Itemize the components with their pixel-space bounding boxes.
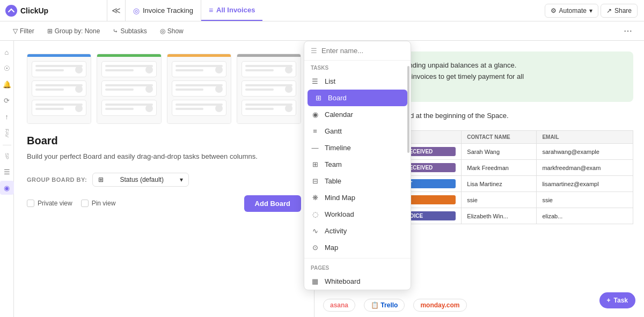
svg-point-0: [5, 5, 17, 17]
filter-button[interactable]: ▽ Filter: [9, 25, 39, 37]
automate-icon: ⚙: [551, 7, 557, 14]
clickup-logo-icon: [5, 5, 17, 17]
tab-icon: ≡: [209, 6, 213, 14]
sidebar: ⌂ ☉ 🔔 ⟳ ↑ FAV SP ☰ ◉: [0, 41, 14, 317]
pin-view-checkbox[interactable]: Pin view: [81, 200, 116, 207]
sidebar-icon-up[interactable]: ↑: [0, 109, 14, 123]
private-view-checkbox[interactable]: Private view: [27, 200, 72, 207]
dropdown-scroll-area: TASKS ☰ List ⊞ Board ◉ Calendar ≡ Gantt: [304, 61, 411, 290]
view-activity[interactable]: ∿ Activity: [304, 223, 411, 239]
board-col-gray: [237, 54, 301, 124]
share-button[interactable]: ↗ Share: [601, 4, 638, 18]
calendar-icon: ◉: [311, 110, 319, 119]
breadcrumb-label: Invoice Tracking: [143, 6, 193, 14]
sidebar-icon-search[interactable]: ☉: [0, 61, 14, 75]
subtasks-icon: ⤷: [113, 27, 118, 35]
board-title: Board: [27, 135, 301, 147]
view-board[interactable]: ⊞ Board: [308, 90, 407, 106]
board-icon: ⊞: [314, 94, 323, 102]
view-table[interactable]: ⊟ Table: [304, 173, 411, 189]
automate-button[interactable]: ⚙ Automate ▾: [545, 4, 598, 18]
mind-map-icon: ❋: [311, 194, 319, 202]
breadcrumb-tabs: ◎ Invoice Tracking ≡ All Invoices: [126, 0, 538, 21]
private-view-check[interactable]: [27, 200, 34, 207]
sidebar-icon-list[interactable]: ☰: [0, 165, 14, 179]
content-area: Board Build your perfect Board and easil…: [14, 41, 644, 317]
main-layout: ⌂ ☉ 🔔 ⟳ ↑ FAV SP ☰ ◉: [0, 41, 644, 317]
whiteboard-icon: ▦: [311, 277, 319, 285]
group-by-label: GROUP BOARD BY:: [27, 176, 87, 183]
monday-logo: monday.com: [413, 299, 466, 312]
list-icon: ☰: [311, 77, 319, 85]
logo-area: ClickUp: [0, 0, 107, 21]
contact-email: ssie: [537, 192, 633, 208]
view-timeline[interactable]: — Timeline: [304, 139, 411, 156]
group-by-icon: ⊞: [98, 176, 104, 183]
add-task-button[interactable]: + Task: [599, 292, 635, 308]
board-col-yellow: [167, 54, 231, 124]
board-setup-panel: Board Build your perfect Board and easil…: [14, 41, 314, 317]
col-header-email: EMAIL: [537, 131, 633, 144]
plus-icon: +: [607, 297, 611, 304]
timeline-icon: —: [311, 144, 319, 152]
view-team[interactable]: ⊞ Team: [304, 156, 411, 173]
workload-icon: ◌: [311, 210, 319, 218]
tab-label: All Invoices: [216, 6, 255, 14]
bottom-logos: asana 📋 Trello monday.com: [314, 293, 644, 317]
view-workload[interactable]: ◌ Workload: [304, 206, 411, 223]
view-mind-map[interactable]: ❋ Mind Map: [304, 189, 411, 206]
add-board-button[interactable]: Add Board: [244, 195, 301, 212]
view-type-dropdown: ☰ TASKS ☰ List ⊞ Board ◉ Calendar ≡: [304, 41, 411, 290]
topbar-right: ⚙ Automate ▾ ↗ Share: [538, 4, 644, 18]
filter-icon: ▽: [13, 27, 18, 35]
sidebar-sp-label: SP: [4, 153, 10, 159]
share-icon: ↗: [606, 7, 612, 14]
contact-name: Mark Freedman: [462, 160, 537, 176]
team-icon: ⊞: [311, 160, 319, 168]
contact-email: lisamartinez@exampl: [537, 176, 633, 192]
group-by-select[interactable]: ⊞ Status (default) ▾: [92, 173, 189, 187]
tasks-section-label: TASKS: [304, 61, 411, 73]
more-options-button[interactable]: ⋯: [620, 24, 635, 38]
contact-email: markfreedman@exam: [537, 160, 633, 176]
col-header-contact: CONTACT NAME: [462, 131, 537, 144]
view-gantt[interactable]: ≡ Gantt: [304, 123, 411, 139]
group-by-value: Status (default): [120, 176, 164, 183]
gantt-icon: ≡: [311, 127, 319, 135]
dropdown-scrollbar: [407, 66, 409, 153]
pin-view-check[interactable]: [81, 200, 89, 207]
tab-all-invoices[interactable]: ≡ All Invoices: [201, 0, 262, 21]
trello-logo: 📋 Trello: [364, 299, 405, 312]
table-icon: ⊟: [311, 177, 319, 185]
group-by-row: GROUP BOARD BY: ⊞ Status (default) ▾: [27, 173, 301, 187]
contact-name: ssie: [462, 192, 537, 208]
pages-section-label: PAGES: [304, 261, 411, 273]
topbar: ClickUp ≪ ◎ Invoice Tracking ≡ All Invoi…: [0, 0, 644, 21]
contact-email: sarahwang@example: [537, 144, 633, 160]
view-calendar[interactable]: ◉ Calendar: [304, 106, 411, 123]
sidebar-fav-label: FAV: [4, 129, 10, 137]
dropdown-search-input[interactable]: [321, 47, 404, 55]
breadcrumb-invoice-tracking[interactable]: ◎ Invoice Tracking: [126, 0, 201, 21]
show-button[interactable]: ◎ Show: [156, 25, 188, 37]
sidebar-icon-notifications[interactable]: 🔔: [0, 77, 14, 91]
board-column-previews: [27, 54, 301, 124]
sidebar-icon-board[interactable]: ◉: [0, 181, 14, 195]
view-list[interactable]: ☰ List: [304, 73, 411, 90]
view-map[interactable]: ⊙ Map: [304, 239, 411, 256]
contact-name: Elizabeth Win...: [462, 208, 537, 224]
view-whiteboard[interactable]: ▦ Whiteboard: [304, 273, 411, 290]
sidebar-divider: [3, 145, 11, 145]
board-col-blue: [27, 54, 91, 124]
group-by-button[interactable]: ⊞ Group by: None: [43, 25, 105, 37]
collapse-button[interactable]: ≪: [107, 0, 126, 21]
contact-name: Sarah Wang: [462, 144, 537, 160]
sidebar-icon-recents[interactable]: ⟳: [0, 93, 14, 107]
breadcrumb-icon: ◎: [133, 6, 140, 15]
chevron-down-icon: ▾: [180, 176, 183, 183]
group-icon: ⊞: [47, 27, 53, 35]
subtasks-button[interactable]: ⤷ Subtasks: [108, 25, 151, 37]
sidebar-icon-home[interactable]: ⌂: [0, 45, 14, 59]
contact-email: elizab...: [537, 208, 633, 224]
activity-icon: ∿: [311, 227, 319, 235]
